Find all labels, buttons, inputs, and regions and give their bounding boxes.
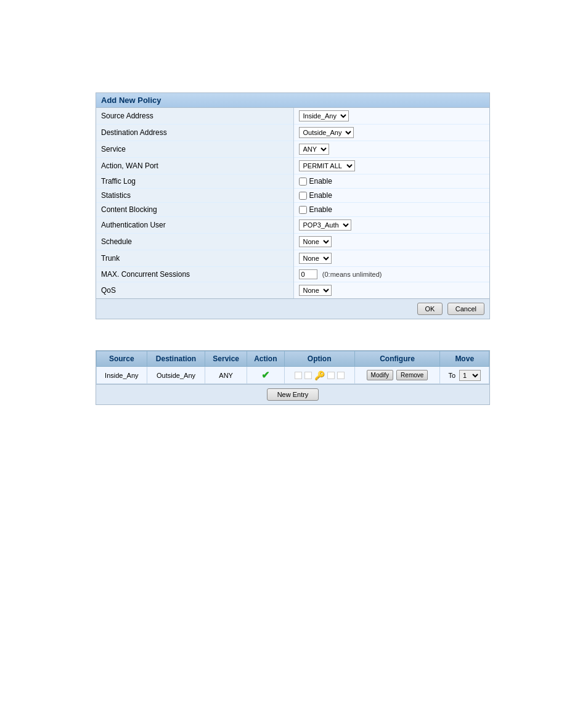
- max-sessions-cell: (0:means unlimited): [293, 267, 489, 282]
- option-empty3: [327, 372, 335, 379]
- content-blocking-cell: Enable: [293, 203, 489, 217]
- col-header-move: Move: [440, 351, 489, 367]
- statistics-enable-text: Enable: [309, 191, 332, 200]
- col-header-action: Action: [247, 351, 284, 367]
- statistics-row: Statistics Enable: [96, 189, 489, 203]
- traffic-log-checkbox-label: Enable: [299, 177, 485, 186]
- col-header-configure: Configure: [354, 351, 440, 367]
- policy-list-panel: Source Destination Service Action Option…: [96, 350, 490, 405]
- trunk-select[interactable]: None: [299, 253, 332, 264]
- statistics-checkbox-label: Enable: [299, 191, 485, 200]
- schedule-label: Schedule: [96, 234, 293, 250]
- list-header-row: Source Destination Service Action Option…: [97, 351, 489, 367]
- auth-user-select[interactable]: POP3_Auth: [299, 219, 351, 231]
- to-label: To: [448, 372, 455, 379]
- table-row: Inside_Any Outside_Any ANY ✔ 🔑: [97, 367, 489, 384]
- service-row: Service ANY: [96, 141, 489, 158]
- service-select[interactable]: ANY: [299, 144, 329, 155]
- traffic-log-enable-text: Enable: [309, 177, 332, 186]
- qos-cell: None: [293, 282, 489, 299]
- schedule-row: Schedule None: [96, 234, 489, 250]
- policy-form-table: Source Address Inside_Any Destination Ad…: [96, 108, 489, 298]
- trunk-row: Trunk None: [96, 250, 489, 267]
- col-header-option: Option: [284, 351, 354, 367]
- modify-button[interactable]: Modify: [367, 370, 393, 380]
- action-wan-row: Action, WAN Port PERMIT ALL: [96, 158, 489, 174]
- destination-address-label: Destination Address: [96, 125, 293, 141]
- row-configure: Modify Remove: [354, 367, 440, 384]
- traffic-log-label: Traffic Log: [96, 174, 293, 189]
- trunk-label: Trunk: [96, 250, 293, 267]
- remove-button[interactable]: Remove: [396, 370, 428, 380]
- statistics-checkbox[interactable]: [299, 192, 307, 200]
- content-blocking-checkbox[interactable]: [299, 206, 307, 214]
- max-sessions-row: MAX. Concurrent Sessions (0:means unlimi…: [96, 267, 489, 282]
- service-label: Service: [96, 141, 293, 158]
- row-option: 🔑: [284, 367, 354, 384]
- row-source: Inside_Any: [97, 367, 147, 384]
- source-address-label: Source Address: [96, 108, 293, 125]
- option-empty2: [304, 372, 312, 379]
- col-header-destination: Destination: [147, 351, 205, 367]
- cancel-button[interactable]: Cancel: [447, 303, 484, 315]
- destination-address-select[interactable]: Outside_Any: [299, 127, 354, 138]
- destination-address-row: Destination Address Outside_Any: [96, 125, 489, 141]
- content-blocking-checkbox-label: Enable: [299, 205, 485, 214]
- service-cell: ANY: [293, 141, 489, 158]
- qos-label: QoS: [96, 282, 293, 299]
- statistics-cell: Enable: [293, 189, 489, 203]
- traffic-log-cell: Enable: [293, 174, 489, 189]
- policy-list-table: Source Destination Service Action Option…: [96, 351, 489, 384]
- key-icon: 🔑: [314, 370, 325, 380]
- new-entry-button[interactable]: New Entry: [267, 388, 319, 401]
- col-header-service: Service: [205, 351, 247, 367]
- content-blocking-row: Content Blocking Enable: [96, 203, 489, 217]
- max-sessions-label: MAX. Concurrent Sessions: [96, 267, 293, 282]
- action-wan-cell: PERMIT ALL: [293, 158, 489, 174]
- row-action: ✔: [247, 367, 284, 384]
- max-sessions-input[interactable]: [299, 269, 317, 279]
- action-wan-label: Action, WAN Port: [96, 158, 293, 174]
- add-new-policy-panel: Add New Policy Source Address Inside_Any…: [96, 92, 490, 319]
- source-address-cell: Inside_Any: [293, 108, 489, 125]
- row-move: To 1: [440, 367, 489, 384]
- action-checkmark-icon: ✔: [261, 370, 269, 380]
- auth-user-cell: POP3_Auth: [293, 217, 489, 234]
- action-wan-select[interactable]: PERMIT ALL: [299, 160, 355, 171]
- trunk-cell: None: [293, 250, 489, 267]
- option-empty1: [295, 372, 302, 379]
- source-address-row: Source Address Inside_Any: [96, 108, 489, 125]
- col-header-source: Source: [97, 351, 147, 367]
- qos-row: QoS None: [96, 282, 489, 299]
- auth-user-row: Authentication User POP3_Auth: [96, 217, 489, 234]
- unlimited-hint-text: (0:means unlimited): [322, 271, 382, 278]
- source-address-select[interactable]: Inside_Any: [299, 110, 349, 121]
- qos-select[interactable]: None: [299, 285, 332, 296]
- option-empty4: [337, 372, 345, 379]
- content-blocking-enable-text: Enable: [309, 205, 332, 214]
- statistics-label: Statistics: [96, 189, 293, 203]
- traffic-log-checkbox[interactable]: [299, 178, 307, 186]
- row-destination: Outside_Any: [147, 367, 205, 384]
- schedule-cell: None: [293, 234, 489, 250]
- destination-address-cell: Outside_Any: [293, 125, 489, 141]
- move-select[interactable]: 1: [459, 370, 481, 381]
- ok-button[interactable]: OK: [417, 303, 443, 315]
- traffic-log-row: Traffic Log Enable: [96, 174, 489, 189]
- schedule-select[interactable]: None: [299, 236, 332, 247]
- content-blocking-label: Content Blocking: [96, 203, 293, 217]
- panel-header: Add New Policy: [96, 93, 489, 108]
- panel-footer: OK Cancel: [96, 298, 489, 319]
- list-footer: New Entry: [96, 384, 489, 404]
- row-service: ANY: [205, 367, 247, 384]
- auth-user-label: Authentication User: [96, 217, 293, 234]
